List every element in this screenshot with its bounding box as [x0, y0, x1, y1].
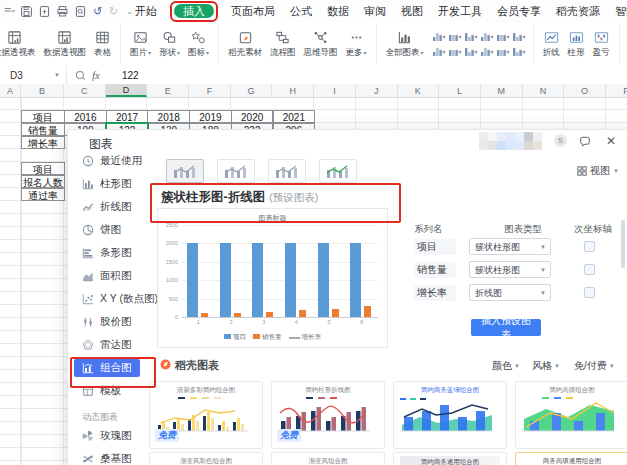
- sidebar-item-柱形图[interactable]: 柱形图: [74, 175, 140, 193]
- ribbon-思维导图[interactable]: 思维导图: [300, 30, 342, 59]
- chart-type-grid-item[interactable]: ▾: [496, 44, 512, 59]
- sidebar-item-玫瑰图[interactable]: 玫瑰图: [74, 427, 140, 445]
- sidebar-item-桑基图[interactable]: 桑基图: [74, 450, 140, 465]
- column-header-G[interactable]: G: [231, 84, 273, 97]
- docer-card[interactable]: 渐变风彩色组合图: [149, 452, 263, 465]
- filter-风格[interactable]: 风格▼: [532, 359, 560, 373]
- preview-icon[interactable]: [74, 4, 87, 18]
- sidebar-item-X Y (散点图)[interactable]: X Y (散点图): [74, 290, 140, 308]
- ribbon-盈亏[interactable]: 盈亏: [589, 30, 614, 59]
- column-header-D[interactable]: D: [106, 84, 148, 97]
- tab-开发工具[interactable]: 开发工具: [438, 4, 482, 19]
- ribbon-表格[interactable]: 表格: [90, 30, 115, 59]
- column-header-N[interactable]: N: [523, 84, 565, 97]
- view-toggle[interactable]: 视图 ▼: [577, 164, 619, 178]
- tab-插入[interactable]: 插入: [174, 4, 214, 18]
- insert-preset-chart-button[interactable]: 插入预设图表: [471, 319, 541, 336]
- column-header-A[interactable]: A: [0, 84, 21, 97]
- preset-thumbnail-2[interactable]: [217, 159, 255, 183]
- ribbon-形状[interactable]: 形状▾: [155, 30, 184, 59]
- undo-icon[interactable]: ↺: [92, 4, 103, 18]
- chart-type-select[interactable]: 折线图▼: [469, 284, 551, 301]
- sheet-cell[interactable]: 销售量: [21, 123, 65, 136]
- column-header-P[interactable]: P: [606, 84, 627, 97]
- chart-type-grid-item[interactable]: ▾: [464, 29, 480, 44]
- sidebar-item-最近使用[interactable]: 最近使用: [74, 152, 140, 170]
- tab-稻壳资源[interactable]: 稻壳资源: [556, 4, 600, 19]
- sheet-cell[interactable]: 2020: [231, 110, 274, 123]
- chart-type-grid-item[interactable]: ▾: [448, 44, 464, 59]
- tab-页面布局[interactable]: 页面布局: [231, 4, 275, 19]
- close-icon[interactable]: ✕: [606, 134, 616, 148]
- chart-type-grid-item[interactable]: ▾: [480, 44, 496, 59]
- fx-icon[interactable]: fx: [92, 69, 100, 81]
- sheet-cell[interactable]: 项目: [21, 162, 65, 175]
- column-header-F[interactable]: F: [189, 84, 231, 97]
- column-header-C[interactable]: C: [64, 84, 106, 97]
- chart-type-select[interactable]: 簇状柱形图▼: [469, 261, 551, 278]
- sheet-cell[interactable]: 2018: [147, 110, 190, 123]
- column-header-H[interactable]: H: [272, 84, 314, 97]
- tab-智能工具箱[interactable]: 智能工具箱: [615, 4, 627, 19]
- tab-数据[interactable]: 数据: [327, 4, 349, 19]
- docer-card[interactable]: 简约高级组合图: [515, 381, 627, 449]
- secondary-axis-checkbox[interactable]: [584, 287, 595, 298]
- export-icon[interactable]: [38, 4, 51, 18]
- sheet-cell[interactable]: 2019: [189, 110, 232, 123]
- menu-chevron-icon[interactable]: [3, 4, 15, 18]
- column-header-O[interactable]: O: [564, 84, 606, 97]
- ribbon-数据透视图[interactable]: 数据透视图: [40, 30, 91, 59]
- chart-type-grid-item[interactable]: ▾: [448, 29, 464, 44]
- sheet-cell[interactable]: 项目: [21, 110, 65, 123]
- column-header-M[interactable]: M: [481, 84, 523, 97]
- secondary-axis-checkbox[interactable]: [584, 264, 595, 275]
- chart-type-grid-item[interactable]: ▾: [480, 29, 496, 44]
- magnifier-icon[interactable]: [75, 70, 86, 81]
- sidebar-item-模板[interactable]: 模板: [74, 382, 140, 400]
- ribbon-全部图表[interactable]: 全部图表▾: [382, 30, 428, 59]
- chart-type-select[interactable]: 簇状柱形图▼: [469, 238, 551, 255]
- column-header-B[interactable]: B: [21, 84, 64, 97]
- sheet-cell[interactable]: 2016: [64, 110, 107, 123]
- sidebar-item-饼图[interactable]: 饼图: [74, 221, 140, 239]
- column-header-E[interactable]: E: [147, 84, 189, 97]
- filter-颜色[interactable]: 颜色▼: [492, 359, 520, 373]
- docer-card[interactable]: 简约柱形折线图免费: [271, 381, 385, 449]
- ribbon-流程图[interactable]: 流程图: [266, 30, 300, 59]
- save-icon[interactable]: [20, 4, 33, 18]
- dialog-scrollbar[interactable]: [621, 220, 625, 268]
- tab-审阅[interactable]: 审阅: [364, 4, 386, 19]
- chart-type-grid-item[interactable]: ▾: [464, 44, 480, 59]
- docer-card[interactable]: 商务高级通用组合图: [515, 452, 627, 465]
- redo-icon[interactable]: ↻: [108, 4, 119, 18]
- sheet-cell[interactable]: 报名人数: [21, 175, 65, 188]
- preset-thumbnail-3[interactable]: [268, 159, 306, 183]
- print-icon[interactable]: [56, 4, 69, 18]
- comment-icon[interactable]: [579, 136, 591, 148]
- sidebar-item-折线图[interactable]: 折线图: [74, 198, 140, 216]
- more-chevron-icon[interactable]: ⌄: [124, 4, 135, 18]
- sidebar-item-雷达图[interactable]: 雷达图: [74, 336, 140, 354]
- chart-type-grid-item[interactable]: ▾: [512, 44, 528, 59]
- ribbon-柱形[interactable]: 柱形: [564, 30, 589, 59]
- formula-value[interactable]: 122: [108, 70, 139, 81]
- column-header-L[interactable]: L: [439, 84, 481, 97]
- docer-card[interactable]: 简约商务通用组合图: [393, 452, 507, 465]
- filter-免/付费[interactable]: 免/付费▼: [574, 359, 615, 373]
- tab-视图[interactable]: 视图: [401, 4, 423, 19]
- docer-card[interactable]: 清新多彩简约组合图免费: [149, 381, 263, 449]
- chart-type-grid-item[interactable]: ▾: [432, 29, 448, 44]
- chart-type-grid-item[interactable]: ▾: [432, 44, 448, 59]
- sidebar-item-条形图[interactable]: 条形图: [74, 244, 140, 262]
- cell-name-box[interactable]: D3 ▼: [0, 66, 67, 84]
- secondary-axis-checkbox[interactable]: [584, 241, 595, 252]
- preset-thumbnail-4[interactable]: [319, 159, 357, 183]
- tab-公式[interactable]: 公式: [290, 4, 312, 19]
- column-header-K[interactable]: K: [398, 84, 440, 97]
- sidebar-item-面积图[interactable]: 面积图: [74, 267, 140, 285]
- preset-thumbnail-1[interactable]: [166, 159, 204, 183]
- tab-会员专享[interactable]: 会员专享: [497, 4, 541, 19]
- chart-type-grid-item[interactable]: ▾: [496, 29, 512, 44]
- column-header-I[interactable]: I: [314, 84, 356, 97]
- sheet-cell[interactable]: 2021: [273, 110, 316, 123]
